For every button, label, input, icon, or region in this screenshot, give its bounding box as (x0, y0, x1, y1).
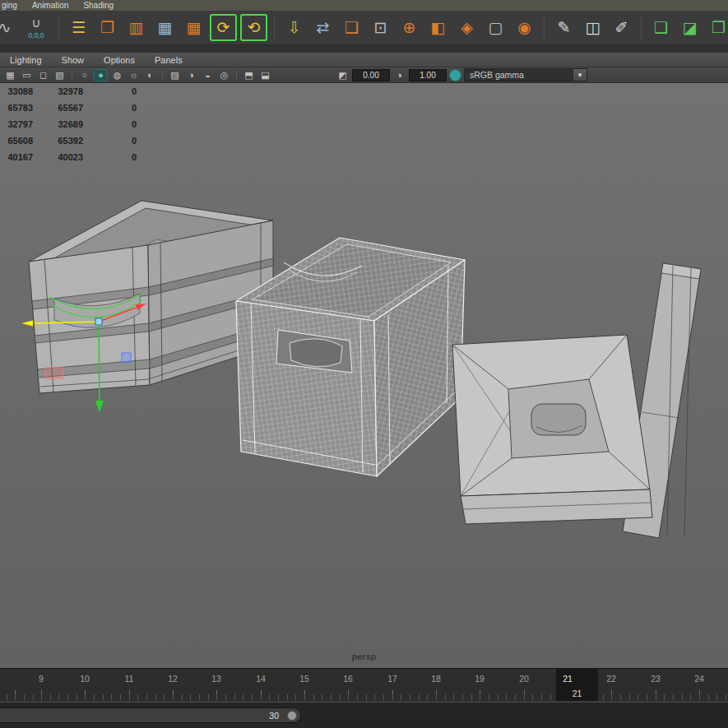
cube-small-icon[interactable]: ◧ (425, 15, 451, 40)
viewport-panel[interactable]: 33088 32978 0 65783 65567 0 32797 32689 … (0, 83, 728, 668)
shaded-mode-icon[interactable]: ● (94, 69, 108, 81)
frame-number: 24 (694, 674, 704, 684)
sphere-orange-icon[interactable]: ◉ (512, 15, 537, 40)
cube-green2-icon[interactable]: ❒ (706, 15, 728, 40)
scatter-arrows-icon[interactable]: ⇄ (310, 15, 336, 40)
manipulator-center-handle[interactable] (95, 318, 102, 325)
panel-menu-panels[interactable]: Panels (145, 55, 192, 65)
hud-value: 32797 (3, 119, 33, 129)
hud-value: 0 (86, 136, 137, 146)
hud-value: 32978 (35, 86, 83, 96)
cube-move-icon[interactable]: ❏ (339, 15, 364, 40)
frame-number: 18 (431, 674, 441, 684)
crate-left-object[interactable] (29, 201, 273, 393)
frame-number: 11 (125, 674, 134, 684)
diamond-flat-icon[interactable]: ◈ (454, 15, 480, 40)
bucket-green-icon[interactable]: ◪ (677, 15, 702, 40)
isolate-select-icon[interactable]: ◎ (217, 69, 231, 81)
hud-value: 65783 (3, 103, 33, 113)
cube-green-icon[interactable]: ❑ (648, 15, 674, 40)
textured-mode-icon[interactable]: ◍ (110, 69, 124, 81)
frame-number: 20 (519, 674, 529, 684)
menu-shading[interactable]: Shading (76, 1, 121, 10)
shelf-separator (58, 16, 59, 39)
frame-number: 17 (387, 674, 397, 684)
bracket-tool-icon[interactable]: ◫ (580, 15, 605, 40)
viewport-canvas[interactable] (0, 83, 728, 668)
range-end-value: 30 (269, 711, 279, 721)
hud-value: 32689 (35, 119, 83, 129)
snap-origin-label: 0,0,0 (29, 31, 44, 39)
gate-mask-icon[interactable]: ▧ (53, 69, 67, 81)
hud-value: 40167 (3, 152, 33, 162)
plane-y-icon[interactable]: ⬓ (258, 69, 272, 81)
frame-number: 19 (475, 674, 485, 684)
cylinders-icon[interactable]: ▥ (123, 15, 149, 40)
menu-animation[interactable]: Animation (25, 1, 76, 10)
pencil-tool-icon[interactable]: ✎ (551, 15, 577, 40)
hud-value: 65567 (35, 103, 83, 113)
xray-icon[interactable]: ▨ (168, 69, 182, 81)
poly-count-hud: 33088 32978 0 65783 65567 0 32797 32689 … (3, 86, 137, 169)
resolution-gate-icon[interactable]: ◻ (36, 69, 50, 81)
frame-number: 14 (256, 674, 266, 684)
viewport-toolbar: ▦ ▭ ◻ ▧ ○ ● ◍ ☼ ◐ ▨ ◑ ◒ ◎ ⬒ ⬓ ◩ ◑ sRGB g… (0, 67, 728, 83)
rotate-cw-icon[interactable]: ⟳ (210, 14, 237, 41)
frame-number: 16 (343, 674, 353, 684)
exposure-field[interactable] (352, 69, 390, 81)
occlusion-icon[interactable]: ◑ (184, 69, 198, 81)
exposure-icon[interactable]: ◩ (336, 69, 350, 81)
toolbar-separator (236, 70, 237, 81)
hud-row: 33088 32978 0 (3, 86, 137, 103)
snap-curve-icon[interactable]: ∿ (0, 15, 17, 40)
contrast-icon[interactable]: ◑ (392, 69, 406, 81)
plane-x-icon[interactable]: ⬒ (242, 69, 256, 81)
gamma-field[interactable] (409, 69, 447, 81)
duplicate-icon[interactable]: ❐ (95, 15, 120, 40)
rotate-ccw-icon[interactable]: ⟲ (240, 14, 267, 41)
shelf-substrip (0, 45, 728, 53)
range-slider-track[interactable]: 30 (0, 703, 728, 728)
color-transform-dropdown[interactable]: sRGB gamma ▾ (464, 68, 587, 81)
hud-value: 0 (86, 119, 137, 129)
panel-menubar: Lighting Show Options Panels (0, 53, 728, 67)
hud-value: 33088 (3, 86, 33, 96)
shadows-icon[interactable]: ◐ (143, 69, 157, 81)
panel-menu-lighting[interactable]: Lighting (0, 55, 52, 65)
hud-row: 40167 40023 0 (3, 152, 137, 169)
timeline-scrubber[interactable]: 21 9 10 11 12 13 14 15 16 17 18 19 20 21… (0, 668, 728, 701)
hud-value: 65392 (35, 136, 83, 146)
hud-value: 0 (86, 103, 137, 113)
panel-menu-options[interactable]: Options (94, 55, 145, 65)
shelf-toolbar: ∿ ∪ 0,0,0 ☰ ❐ ▥ ▦ ▦ ⟳ ⟲ ⇩ ⇄ ❏ ⊡ ⊕ ◧ ◈ ▢ … (0, 11, 728, 45)
wireframe-mode-icon[interactable]: ○ (77, 69, 91, 81)
marquee-select-icon[interactable]: ▢ (483, 15, 508, 40)
frame-number: 22 (606, 674, 616, 684)
menu-rigging[interactable]: ging (0, 1, 25, 10)
frame-number: 23 (651, 674, 661, 684)
frame-number: 15 (299, 674, 309, 684)
playback-range-bar[interactable]: 30 (0, 707, 301, 723)
snap-origin-button[interactable]: ∪ 0,0,0 (21, 12, 52, 44)
panel-menu-show[interactable]: Show (52, 55, 95, 65)
range-end-handle[interactable] (287, 711, 297, 721)
toolbar-separator (162, 70, 163, 81)
grid-toggle-icon[interactable]: ▦ (3, 69, 17, 81)
dropdown-arrow-icon[interactable]: ▾ (573, 69, 587, 81)
shelf-separator (274, 16, 275, 39)
backface-icon[interactable]: ◒ (201, 69, 215, 81)
hud-row: 65608 65392 0 (3, 136, 137, 152)
film-gate-icon[interactable]: ▭ (20, 69, 34, 81)
extract-down-icon[interactable]: ⇩ (281, 15, 307, 40)
hud-value: 65608 (3, 136, 33, 146)
sphere-wire-icon[interactable]: ⊕ (396, 15, 422, 40)
grid-cube-orange-icon[interactable]: ▦ (181, 15, 206, 40)
color-management-icon[interactable] (449, 69, 461, 81)
use-all-lights-icon[interactable]: ☼ (127, 69, 141, 81)
grid-cube-blue-icon[interactable]: ▦ (152, 15, 178, 40)
combine-icon[interactable]: ☰ (66, 15, 91, 40)
pen-grid-icon[interactable]: ✐ (609, 15, 634, 40)
crate-end-panel-object[interactable] (452, 263, 701, 538)
cube-verts-icon[interactable]: ⊡ (368, 15, 393, 40)
frame-number: 13 (211, 674, 221, 684)
